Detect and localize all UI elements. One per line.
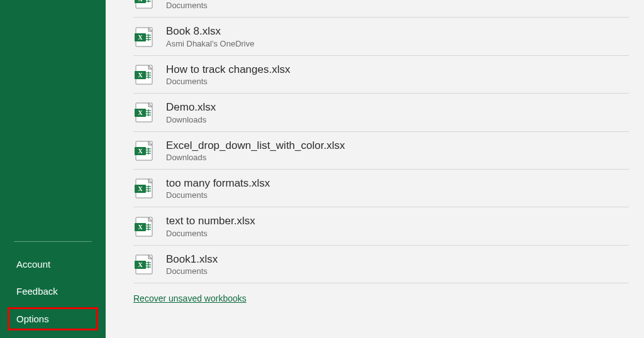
sidebar-item-feedback[interactable]: Feedback [0,278,106,305]
file-name: Book1.xlsx [166,253,218,266]
excel-file-icon [133,216,155,237]
file-row[interactable]: count.xlsxDocuments [133,0,629,18]
excel-file-icon [133,64,155,85]
file-row[interactable]: Demo.xlsxDownloads [133,94,629,131]
sidebar-item-label: Feedback [16,286,58,297]
file-row[interactable]: text to number.xlsxDocuments [133,207,629,245]
excel-file-icon [133,0,155,9]
file-location: Documents [166,1,214,10]
file-row[interactable]: Excel_drop_down_list_with_color.xlsxDown… [133,132,629,170]
recover-unsaved-link[interactable]: Recover unsaved workbooks [133,293,247,303]
excel-file-icon [133,102,155,123]
sidebar-item-label: Options [16,313,49,324]
file-info: Demo.xlsxDownloads [166,101,216,124]
excel-file-icon [133,178,155,199]
file-location: Downloads [166,153,345,162]
file-location: Documents [166,266,218,276]
file-name: Demo.xlsx [166,101,216,114]
sidebar-item-label: Account [16,259,50,270]
file-location: Downloads [166,115,216,124]
file-row[interactable]: Book 8.xlsxAsmi Dhakal's OneDrive [133,18,629,55]
file-info: count.xlsxDocuments [166,0,214,10]
file-info: too many formats.xlsxDocuments [166,177,270,200]
excel-file-icon [133,140,155,161]
file-name: too many formats.xlsx [166,177,270,190]
file-name: How to track changes.xlsx [166,63,290,76]
file-location: Documents [166,229,255,238]
main-content: count.xlsxDocumentsBook 8.xlsxAsmi Dhaka… [106,0,644,338]
sidebar: Account Feedback Options [0,0,106,338]
file-row[interactable]: Book1.xlsxDocuments [133,246,629,283]
excel-file-icon [133,26,155,48]
file-info: Book 8.xlsxAsmi Dhakal's OneDrive [166,25,254,48]
file-info: Excel_drop_down_list_with_color.xlsxDown… [166,139,345,162]
recent-file-list: count.xlsxDocumentsBook 8.xlsxAsmi Dhaka… [106,0,644,283]
sidebar-item-account[interactable]: Account [0,251,106,278]
file-name: text to number.xlsx [166,215,255,227]
file-name: Excel_drop_down_list_with_color.xlsx [166,139,345,152]
file-row[interactable]: too many formats.xlsxDocuments [133,170,629,207]
file-location: Documents [166,77,290,86]
file-row[interactable]: How to track changes.xlsxDocuments [133,56,629,94]
file-info: Book1.xlsxDocuments [166,253,218,276]
file-info: text to number.xlsxDocuments [166,215,255,237]
file-info: How to track changes.xlsxDocuments [166,63,290,86]
sidebar-item-options[interactable]: Options [8,307,98,330]
sidebar-divider [14,241,92,242]
excel-file-icon [133,254,155,275]
file-name: Book 8.xlsx [166,25,254,38]
file-location: Documents [166,190,270,200]
file-location: Asmi Dhakal's OneDrive [166,39,254,48]
